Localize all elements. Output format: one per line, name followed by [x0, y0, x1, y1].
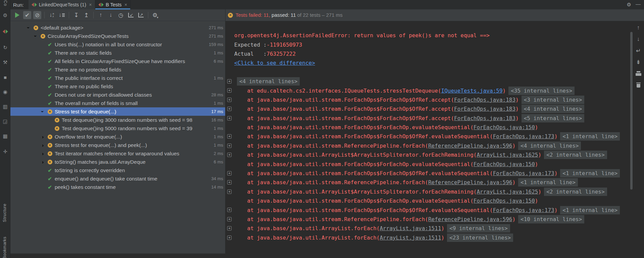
- import-test-results-button[interactable]: ↙: [127, 11, 135, 19]
- test-tree-row[interactable]: ✔toString is correctly overridden: [10, 166, 225, 174]
- sync-tool-icon[interactable]: ↻: [1, 44, 9, 52]
- fold-marker-icon[interactable]: +: [227, 134, 232, 139]
- sort-alphabetically-button[interactable]: ↓az: [48, 11, 56, 19]
- scroll-up-icon[interactable]: ↑: [637, 24, 640, 31]
- test-tree-row[interactable]: ›✕CircularArrayFixedSizeQueueTests271 ms: [10, 32, 225, 40]
- layout-tool-icon[interactable]: ▦: [1, 132, 9, 140]
- show-ignored-toggle[interactable]: ⊘: [33, 11, 41, 19]
- hide-window-icon[interactable]: —: [636, 1, 641, 7]
- library-stack-link[interactable]: ForEachOps.java:173: [493, 170, 554, 176]
- build-tool-icon[interactable]: ⚒: [1, 58, 9, 66]
- test-tree-row[interactable]: ›✕Stress test for dequeue(...)17 ms: [10, 107, 225, 116]
- close-icon[interactable]: ✕: [124, 3, 127, 7]
- next-failed-test-button[interactable]: ↓: [107, 11, 115, 19]
- pin-tool-icon[interactable]: ✛: [1, 148, 9, 156]
- show-passed-toggle[interactable]: ✔: [23, 11, 31, 19]
- fold-marker-icon[interactable]: +: [227, 180, 232, 185]
- settings-tool-icon[interactable]: ⚙: [1, 11, 9, 19]
- library-stack-link[interactable]: ArrayList.java:1511: [380, 225, 441, 231]
- library-stack-link[interactable]: ForEachOps.java:183: [454, 115, 515, 121]
- test-tree-row[interactable]: ✔Does not use or import disallowed class…: [10, 91, 225, 99]
- test-settings-button[interactable]: ⚙▾: [151, 11, 159, 19]
- tab-b-tests[interactable]: B Tests ✕: [95, 0, 131, 9]
- gear-icon[interactable]: ⚙: [627, 2, 631, 8]
- run-tool-icon[interactable]: [1, 28, 9, 36]
- expand-all-button[interactable]: ↧: [72, 11, 80, 19]
- fold-marker-icon[interactable]: +: [227, 190, 232, 194]
- expand-chevron-icon[interactable]: ›: [42, 159, 44, 165]
- stack-trace-link[interactable]: <Click to see difference>: [234, 60, 315, 66]
- fold-marker-icon[interactable]: +: [227, 226, 232, 230]
- test-history-button[interactable]: ◷: [117, 11, 125, 19]
- expand-chevron-icon[interactable]: ›: [26, 27, 32, 29]
- test-tree-row[interactable]: ›✕<default package>271 ms: [10, 23, 225, 32]
- close-icon[interactable]: ✕: [89, 3, 92, 7]
- test-tree-row[interactable]: ✔There are no protected fields: [10, 65, 225, 74]
- library-stack-link[interactable]: ForEachOps.java:183: [454, 97, 515, 103]
- fold-marker-icon[interactable]: +: [227, 79, 232, 84]
- library-stack-link[interactable]: ForEachOps.java:150: [474, 124, 535, 131]
- expand-chevron-icon[interactable]: ›: [42, 142, 44, 148]
- fold-marker-icon[interactable]: +: [227, 144, 232, 148]
- fold-marker-icon[interactable]: +: [227, 107, 232, 111]
- sort-by-duration-button[interactable]: ↓: [58, 11, 66, 19]
- console-scrollbar[interactable]: [630, 21, 633, 258]
- fold-marker-icon[interactable]: +: [227, 208, 232, 212]
- tool-stripe-top-label[interactable]: Co: [3, 0, 8, 6]
- stack-trace-link[interactable]: IQueueTests.java:59: [441, 88, 503, 94]
- fold-marker-icon[interactable]: +: [227, 171, 232, 175]
- expand-chevron-icon[interactable]: ›: [42, 151, 44, 156]
- test-tree-row[interactable]: ›✕toString() matches java.util.ArrayDequ…: [10, 158, 225, 166]
- test-tree-row[interactable]: ✔enqueue() and dequeue() take constant t…: [10, 174, 225, 183]
- clear-console-icon[interactable]: [636, 82, 641, 88]
- library-stack-link[interactable]: ForEachOps.java:150: [474, 198, 535, 204]
- library-stack-link[interactable]: ForEachOps.java:183: [454, 106, 515, 112]
- fold-marker-icon[interactable]: +: [227, 98, 232, 102]
- test-tree-row[interactable]: ✔There are no static fields1 ms: [10, 49, 225, 57]
- export-test-results-button[interactable]: ↗: [137, 11, 145, 19]
- fold-marker-icon[interactable]: +: [227, 116, 232, 120]
- tool-stripe-structure[interactable]: Structure: [2, 189, 7, 222]
- fold-marker-icon[interactable]: +: [227, 236, 232, 240]
- test-tree-row[interactable]: ✔The public interface is correct1 ms: [10, 74, 225, 82]
- expand-chevron-icon[interactable]: ›: [33, 35, 39, 37]
- library-stack-link[interactable]: ReferencePipeline.java:596: [428, 216, 512, 222]
- test-tree-row[interactable]: ✔Uses this(...) notation in all but one …: [10, 40, 225, 49]
- fold-marker-icon[interactable]: +: [227, 88, 232, 93]
- expand-chevron-icon[interactable]: ›: [40, 111, 46, 112]
- stop-tool-icon[interactable]: ■: [1, 73, 9, 81]
- fold-marker-icon[interactable]: +: [227, 217, 232, 221]
- library-stack-link[interactable]: ReferencePipeline.java:596: [428, 143, 512, 149]
- test-tree-row[interactable]: ›✕Stress test for enqueue(...) and peek(…: [10, 141, 225, 149]
- soft-wrap-icon[interactable]: ↵: [636, 47, 641, 54]
- expand-chevron-icon[interactable]: ›: [42, 134, 44, 140]
- tool-stripe-bookmarks[interactable]: Bookmarks: [2, 227, 7, 258]
- library-stack-link[interactable]: ForEachOps.java:150: [474, 161, 535, 167]
- library-stack-link[interactable]: ArrayList.java:1511: [380, 235, 441, 241]
- services-tool-icon[interactable]: ▥: [1, 103, 9, 111]
- fold-marker-icon[interactable]: +: [227, 153, 232, 157]
- test-tree-row[interactable]: ›✕Overflow test for enqueue(...)1 ms: [10, 133, 225, 141]
- test-tree-row[interactable]: ✕Test dequeue()ing 3000 random numbers w…: [10, 116, 225, 124]
- camera-tool-icon[interactable]: ◉: [1, 88, 9, 96]
- library-stack-link[interactable]: ForEachOps.java:173: [493, 133, 554, 140]
- test-tree-row[interactable]: ✔peek() takes constant time14 ms: [10, 183, 225, 191]
- test-tree-row[interactable]: ✔All fields in CircularArrayFixedSizeQue…: [10, 57, 225, 65]
- library-stack-link[interactable]: ReferencePipeline.java:596: [428, 179, 512, 186]
- test-tree-row[interactable]: ✔There are no public fields: [10, 82, 225, 91]
- rerun-tests-button[interactable]: [13, 11, 21, 19]
- tool-window-icon-8[interactable]: ◲: [1, 117, 9, 125]
- test-tree-row[interactable]: ›✕Test iterator matches reference for wr…: [10, 149, 225, 158]
- test-tree-row[interactable]: ✕Test dequeue()ing 5000 random numbers w…: [10, 124, 225, 133]
- scrollbar-thumb[interactable]: [630, 32, 633, 190]
- collapse-all-button[interactable]: ↥: [82, 11, 90, 19]
- previous-failed-test-button[interactable]: ↑: [97, 11, 105, 19]
- print-icon[interactable]: [636, 70, 641, 77]
- test-tree-row[interactable]: ✔The overall number of fields is small1 …: [10, 99, 225, 107]
- library-stack-link[interactable]: ForEachOps.java:173: [493, 207, 554, 213]
- tab-linkeddequetests[interactable]: LinkedDequeTests (1) ✕: [29, 0, 95, 9]
- library-stack-link[interactable]: ArrayList.java:1625: [477, 152, 538, 158]
- scroll-to-end-icon[interactable]: ⇟: [636, 59, 641, 65]
- scroll-down-icon[interactable]: ↓: [637, 36, 640, 43]
- library-stack-link[interactable]: ArrayList.java:1625: [477, 189, 538, 195]
